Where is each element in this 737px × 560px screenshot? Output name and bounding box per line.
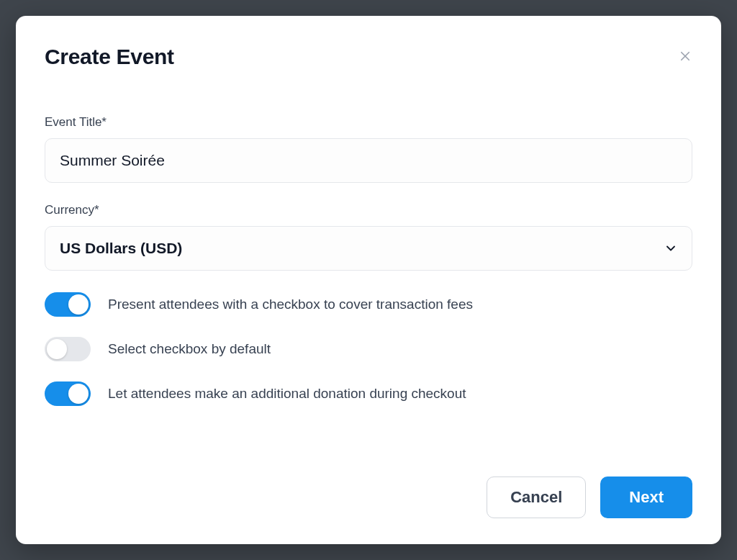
currency-group: Currency* US Dollars (USD)	[45, 203, 692, 271]
toggle-knob	[68, 294, 89, 315]
event-title-group: Event Title*	[45, 115, 692, 183]
modal-body: Event Title* Currency* US Dollars (USD) …	[16, 69, 721, 459]
toggle-row-cover-fees: Present attendees with a checkbox to cov…	[45, 292, 692, 317]
modal-footer: Cancel Next	[16, 459, 721, 544]
cancel-button[interactable]: Cancel	[487, 477, 586, 518]
event-title-label: Event Title*	[45, 115, 692, 130]
toggle-knob	[68, 384, 89, 404]
modal-header: Create Event	[16, 16, 721, 69]
close-icon	[679, 50, 692, 63]
toggles-section: Present attendees with a checkbox to cov…	[45, 292, 692, 406]
currency-label: Currency*	[45, 203, 692, 217]
default-checked-label: Select checkbox by default	[108, 341, 271, 357]
default-checked-toggle[interactable]	[45, 337, 91, 361]
next-button[interactable]: Next	[600, 477, 692, 518]
toggle-knob	[47, 339, 67, 359]
cover-fees-toggle[interactable]	[45, 292, 91, 317]
event-title-input[interactable]	[45, 138, 692, 183]
toggle-row-additional-donation: Let attendees make an additional donatio…	[45, 381, 692, 406]
toggle-row-default-checked: Select checkbox by default	[45, 337, 692, 361]
create-event-modal: Create Event Event Title* Currency* US D…	[16, 16, 721, 544]
additional-donation-toggle[interactable]	[45, 381, 91, 406]
close-button[interactable]	[675, 46, 695, 66]
cover-fees-label: Present attendees with a checkbox to cov…	[108, 297, 473, 312]
modal-title: Create Event	[45, 45, 174, 69]
currency-select[interactable]: US Dollars (USD)	[45, 226, 692, 271]
currency-select-wrap: US Dollars (USD)	[45, 226, 692, 271]
additional-donation-label: Let attendees make an additional donatio…	[108, 386, 466, 402]
